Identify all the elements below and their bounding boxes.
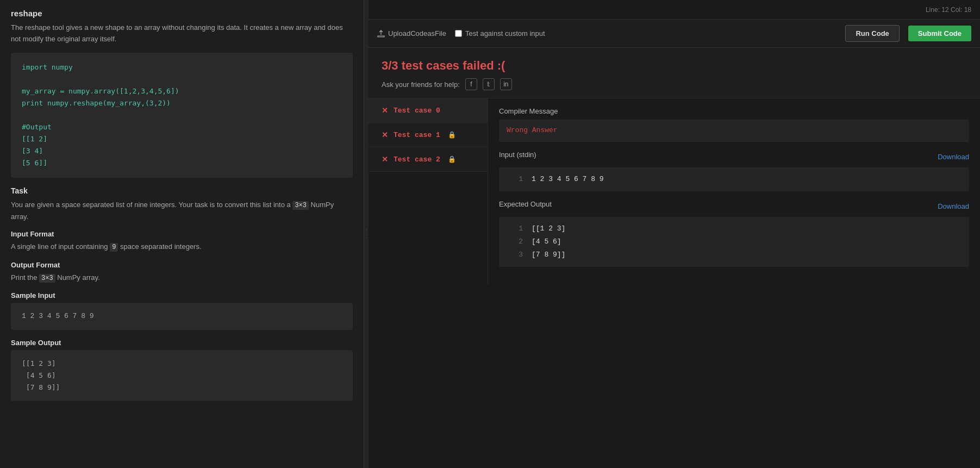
input-line-num-1: 1 (507, 173, 523, 185)
test-list-column: ✕ Test case 0 ✕ Test case 1 🔒 ✕ Test cas… (369, 98, 488, 284)
task-title: Task (11, 186, 353, 195)
upload-code-link[interactable]: UploadCodeasFile (377, 29, 446, 38)
test-case-1-lock-icon: 🔒 (448, 131, 456, 139)
test-case-item-0[interactable]: ✕ Test case 0 (369, 98, 488, 123)
test-case-2-label: Test case 2 (394, 155, 440, 164)
input-inline: 9 (110, 243, 118, 252)
expected-line: 1[[1 2 3] (499, 222, 969, 235)
test-case-1-label: Test case 1 (394, 131, 440, 139)
expected-output-row: Expected Output Download 1[[1 2 3]2 [4 5… (499, 200, 969, 267)
custom-input-label: Test against custom input (465, 29, 545, 38)
left-panel: reshape The reshape tool gives a new sha… (0, 0, 364, 468)
failed-header: 3/3 test cases failed :( Ask your friend… (369, 48, 980, 98)
custom-input-area[interactable]: Test against custom input (455, 29, 545, 38)
output-inline: 3×3 (39, 274, 55, 283)
failed-title: 3/3 test cases failed :( (382, 59, 967, 73)
sample-input-title: Sample Input (11, 291, 353, 299)
submit-code-button[interactable]: Submit Code (908, 26, 971, 41)
sample-output-value: [[1 2 3] [4 5 6] [7 8 9]] (22, 358, 342, 394)
sample-output-title: Sample Output (11, 339, 353, 347)
output-format-text1: Print the (11, 273, 39, 282)
line-col-indicator: Line: 12 Col: 18 (926, 6, 971, 14)
test-case-item-2[interactable]: ✕ Test case 2 🔒 (369, 147, 488, 172)
test-detail-column: Compiler Message Wrong Answer Input (std… (488, 98, 980, 284)
upload-icon (377, 30, 385, 38)
input-block: 1 1 2 3 4 5 6 7 8 9 (499, 167, 969, 191)
right-panel: Line: 12 Col: 18 UploadCodeasFile Test a… (369, 0, 980, 468)
expected-output-title: Expected Output (499, 200, 552, 208)
panel-divider[interactable]: · · · (364, 0, 369, 468)
input-line-code-1: 1 2 3 4 5 6 7 8 9 (532, 173, 604, 185)
input-format-text: A single line of input containing 9 spac… (11, 241, 353, 253)
run-code-button[interactable]: Run Code (845, 25, 899, 42)
friends-label: Ask your friends for help: (382, 80, 460, 89)
input-format-text2: space separated integers. (118, 242, 201, 251)
linkedin-icon[interactable]: in (500, 78, 512, 90)
sample-output-block: [[1 2 3] [4 5 6] [7 8 9]] (11, 350, 353, 401)
expected-output-block: 1[[1 2 3]2 [4 5 6]3 [7 8 9]] (499, 217, 969, 267)
code-example: import numpy my_array = numpy.array([1,2… (11, 53, 353, 178)
reshape-description: The reshape tool gives a new shape to an… (11, 22, 353, 45)
task-inline: 3×3 (292, 201, 309, 210)
test-case-item-1[interactable]: ✕ Test case 1 🔒 (369, 123, 488, 147)
expected-line: 2 [4 5 6] (499, 235, 969, 248)
input-title: Input (stdin) (499, 151, 536, 159)
task-text-1: You are given a space separated list of … (11, 201, 292, 209)
output-format-text2: NumPy array. (55, 273, 100, 282)
test-case-0-label: Test case 0 (394, 107, 440, 115)
results-panel: 3/3 test cases failed :( Ask your friend… (369, 48, 980, 468)
facebook-icon[interactable]: f (465, 78, 477, 90)
test-case-2-fail-icon: ✕ (382, 155, 388, 164)
action-bar-left: UploadCodeasFile Test against custom inp… (377, 29, 837, 38)
input-format-text1: A single line of input containing (11, 242, 110, 251)
input-row-header: Input (stdin) Download (499, 151, 969, 163)
twitter-icon[interactable]: 𝕥 (483, 78, 495, 90)
test-case-2-lock-icon: 🔒 (448, 155, 456, 163)
expected-line: 3 [7 8 9]] (499, 248, 969, 261)
test-case-1-fail-icon: ✕ (382, 130, 388, 139)
sample-input-value: 1 2 3 4 5 6 7 8 9 (22, 312, 94, 320)
friends-row: Ask your friends for help: f 𝕥 in (382, 78, 967, 90)
input-row: Input (stdin) Download 1 1 2 3 4 5 6 7 8… (499, 151, 969, 191)
action-bar: UploadCodeasFile Test against custom inp… (369, 20, 980, 48)
expected-output-header: Expected Output Download (499, 200, 969, 213)
input-format-title: Input Format (11, 230, 353, 238)
task-text: You are given a space separated list of … (11, 199, 353, 222)
input-line-1: 1 1 2 3 4 5 6 7 8 9 (499, 173, 969, 186)
compiler-message-title: Compiler Message (499, 107, 969, 115)
upload-label: UploadCodeasFile (388, 29, 446, 38)
editor-toolbar: Line: 12 Col: 18 (369, 0, 980, 20)
custom-input-checkbox[interactable] (455, 30, 462, 37)
sample-input-block: 1 2 3 4 5 6 7 8 9 (11, 303, 353, 330)
output-format-text: Print the 3×3 NumPy array. (11, 272, 353, 284)
test-case-0-fail-icon: ✕ (382, 106, 388, 115)
reshape-title: reshape (11, 9, 353, 18)
code-example-text: import numpy my_array = numpy.array([1,2… (22, 61, 342, 170)
compiler-message-row: Compiler Message Wrong Answer (499, 107, 969, 142)
output-format-title: Output Format (11, 261, 353, 269)
test-cases-section: ✕ Test case 0 ✕ Test case 1 🔒 ✕ Test cas… (369, 98, 980, 284)
input-download-link[interactable]: Download (938, 153, 969, 161)
compiler-message-value: Wrong Answer (499, 120, 969, 142)
expected-download-link[interactable]: Download (938, 202, 969, 210)
